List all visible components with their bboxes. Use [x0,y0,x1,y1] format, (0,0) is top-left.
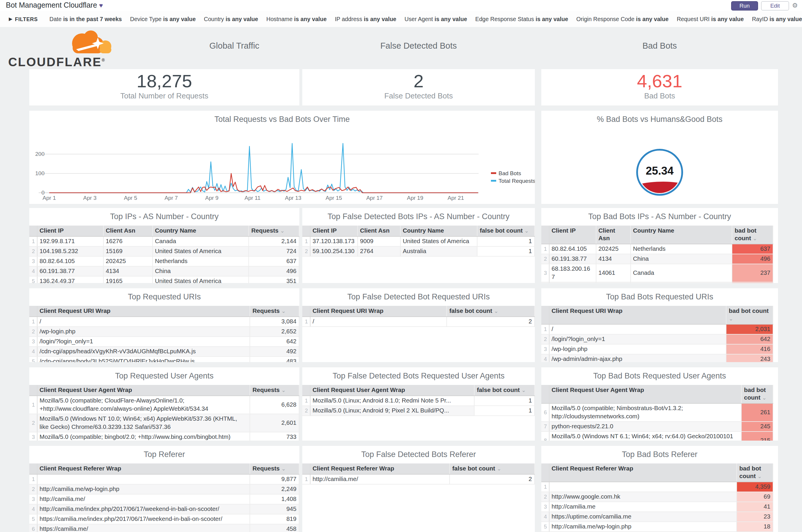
table-row[interactable]: 380.82.64.105202425Netherlands637 [29,256,299,266]
table-row[interactable]: 6Mozilla/5.0 (compatible; Nimbostratus-B… [541,403,773,421]
table-row[interactable]: 3/login/?login_only=1642 [29,337,299,346]
table-row[interactable]: 3/wp-login.php416 [541,344,773,354]
legend-item[interactable]: Total Requests [491,178,535,184]
column-header[interactable]: false bot count ⌄ [450,463,535,474]
column-header[interactable]: false bot count ⌄ [477,226,535,236]
column-header[interactable]: Client Asn [103,226,152,236]
column-header[interactable]: Requests ⌄ [250,385,299,396]
sort-desc-icon[interactable]: ⌄ [762,395,767,401]
filter-item[interactable]: Hostname is any value [266,16,327,22]
column-header[interactable]: Country Name [152,226,249,236]
table-row[interactable]: 1/2 [302,317,535,327]
column-header[interactable]: bad bot count ⌄ [732,226,773,244]
sort-desc-icon[interactable]: ⌄ [758,473,762,479]
table-top-false-bot-user-agents[interactable]: Client Request User Agent Wrapfalse bot … [302,385,535,441]
table-row[interactable]: 4/cdn-cgi/apps/head/xVgyKhR-vV3dAUGhMqfB… [29,346,299,357]
table-top-false-bot-uris[interactable]: Client Request URI Wrapfalse bot count ⌄… [302,306,535,362]
table-row[interactable]: 8Mozilla/5.0 (Windows NT 6.1; Win64; x64… [541,432,773,441]
column-header[interactable]: bad bot count ⌄ [737,463,773,482]
sort-desc-icon[interactable]: ⌄ [497,466,501,472]
table-top-bad-bot-referer[interactable]: Client Request Referer Wrapbad bot count… [541,463,773,532]
filters-toggle[interactable]: ▶FILTERS [9,16,38,22]
column-header[interactable]: Client Request User Agent Wrap [549,385,741,403]
filter-item[interactable]: Request URI is any value [676,16,744,22]
table-row[interactable]: 368.183.200.16714061Canada237 [541,264,773,282]
table-top-user-agents[interactable]: Client Request User Agent WrapRequests ⌄… [29,385,299,441]
column-header[interactable]: Country Name [630,226,732,244]
table-row[interactable]: 4http://camilia.me/index.php/2017/06/17/… [29,504,299,514]
column-header[interactable]: Client Request URI Wrap [310,306,447,317]
sort-desc-icon[interactable]: ⌄ [753,235,757,241]
table-row[interactable]: 3http://camilia.me/1,408 [29,494,299,504]
table-row[interactable]: 4/wp-admin/admin-ajax.php243 [541,354,773,362]
table-top-false-bot-ips[interactable]: Client IPClient AsnCountry Namefalse bot… [302,226,535,283]
filter-item[interactable]: Device Type is any value [130,16,196,22]
column-header[interactable]: Client Asn [596,226,630,244]
sort-desc-icon[interactable]: ⌄ [281,387,286,393]
run-button[interactable]: Run [731,1,758,11]
table-row[interactable]: 2/login/?login_only=1642 [541,334,773,344]
table-row[interactable]: 2http://camilia.me/wp-login.php2,249 [29,484,299,494]
filter-item[interactable]: RayID is any value [752,16,802,22]
column-header[interactable]: Client Asn [357,226,400,236]
column-header[interactable]: Client Request URI Wrap [549,306,726,324]
table-row[interactable]: 1Mozilla/5.0 (Linux; Android 8.1.0; Redm… [302,396,535,406]
table-row[interactable]: 19,877 [29,474,299,484]
column-header[interactable]: Requests ⌄ [250,306,299,317]
table-row[interactable]: 1192.99.8.17116276Canada2,144 [29,236,299,246]
sort-desc-icon[interactable]: ⌄ [729,316,733,322]
table-row[interactable]: 14,359 [541,482,773,492]
table-row[interactable]: 3http://camilia.me41 [541,502,773,512]
edit-button[interactable]: Edit [761,1,789,11]
filter-item[interactable]: Date is in the past 7 weeks [50,16,122,22]
column-header[interactable]: Client Request URI Wrap [37,306,250,317]
table-row[interactable]: 1Mozilla/5.0 (compatible; CloudFlare-Alw… [29,396,299,414]
table-row[interactable]: 7python-requests/2.21.0245 [541,421,773,432]
table-top-bad-bot-ips[interactable]: Client IPClient AsnCountry Namebad bot c… [541,226,773,283]
table-row[interactable]: 259.100.254.1302764Australia1 [302,246,535,256]
legend-item[interactable]: Bad Bots [491,170,521,176]
gear-icon[interactable]: ⚙ [792,2,798,10]
column-header[interactable]: Client Request User Agent Wrap [310,385,474,396]
table-row[interactable]: 2http://www.google.com.hk69 [541,492,773,502]
filter-item[interactable]: User Agent is any value [404,16,467,22]
table-row[interactable]: 5http://camilia.me/wp-login.php18 [541,522,773,532]
column-header[interactable]: bad bot count ⌄ [741,385,773,403]
table-row[interactable]: 6https://camilia.me/458 [29,524,299,532]
column-header[interactable]: Client Request Referer Wrap [549,463,737,482]
table-top-referer[interactable]: Client Request Referer WrapRequests ⌄19,… [29,463,299,532]
table-row[interactable]: 2/wp-login.php2,652 [29,327,299,337]
table-top-uris[interactable]: Client Request URI WrapRequests ⌄1/3,084… [29,306,299,362]
column-header[interactable]: Client Request Referer Wrap [310,463,450,474]
table-row[interactable]: 1http://camilia.me/2 [302,474,535,484]
filter-item[interactable]: Origin Response Code is any value [576,16,669,22]
sort-desc-icon[interactable]: ⌄ [524,228,529,234]
table-row[interactable]: 137.120.138.1739009United States of Amer… [302,236,535,246]
table-top-bad-bot-uris[interactable]: Client Request URI Wrapbad bot count ⌄1/… [541,306,773,362]
column-header[interactable]: false bot count ⌄ [447,306,535,317]
filter-item[interactable]: IP address is any value [335,16,396,22]
table-row[interactable]: 260.191.38.774134China496 [541,254,773,264]
table-row[interactable]: 460.191.38.774134China496 [29,266,299,276]
sort-desc-icon[interactable]: ⌄ [281,466,286,472]
timeseries-chart[interactable]: 0100200Apr 1Apr 3Apr 5Apr 7Apr 9Apr 11Ap… [29,124,535,203]
table-row[interactable]: 1/3,084 [29,317,299,327]
table-row[interactable]: 2104.198.5.23215169United States of Amer… [29,246,299,256]
column-header[interactable]: Client IP [310,226,357,236]
table-row[interactable]: 5136.24.49.3719165United States of Ameri… [29,276,299,283]
table-row[interactable]: 180.82.64.105202425Netherlands637 [541,244,773,254]
table-row[interactable]: 461.160.221.7323650China144 [541,282,773,283]
table-row[interactable]: 5/cdn-cgi/apps/body/3Lh52SjWTQ4HRlErJykH… [29,357,299,362]
column-header[interactable]: Client Request Referer Wrap [37,463,250,474]
column-header[interactable]: Country Name [400,226,477,236]
column-header[interactable]: bad bot count ⌄ [726,306,773,324]
column-header[interactable]: Client IP [549,226,596,244]
filter-item[interactable]: Country is any value [204,16,258,22]
sort-desc-icon[interactable]: ⌄ [281,308,286,314]
table-top-false-bot-referer[interactable]: Client Request Referer Wrapfalse bot cou… [302,463,535,532]
table-row[interactable]: 2Mozilla/5.0 (Windows NT 10.0; Win64; x6… [29,414,299,432]
table-row[interactable]: 3Mozilla/5.0 (compatible; bingbot/2.0; +… [29,432,299,441]
column-header[interactable]: Requests ⌄ [249,226,299,236]
sort-desc-icon[interactable]: ⌄ [521,387,526,393]
table-row[interactable]: 1/2,031 [541,324,773,334]
